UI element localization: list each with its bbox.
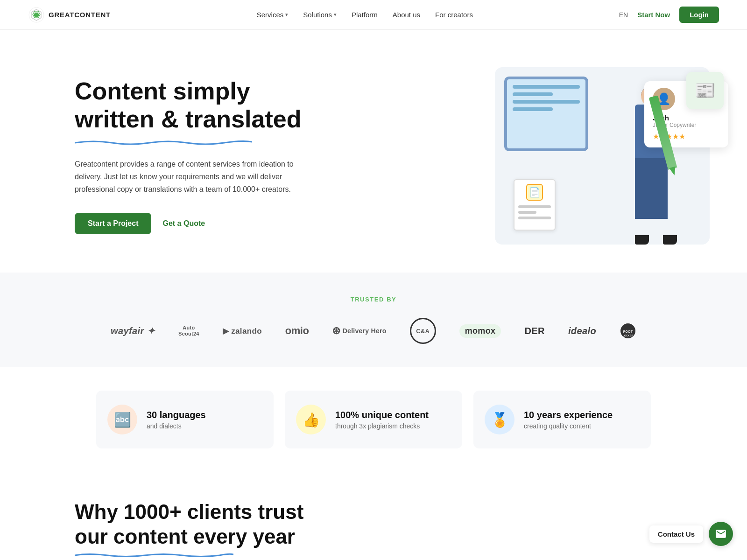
logo-zalando: ▶ zalando — [223, 326, 262, 336]
monitor-illustration — [504, 77, 588, 151]
brand-name: GREATCONTENT — [49, 11, 111, 19]
logo-cna: C&A — [410, 318, 436, 344]
chevron-down-icon: ▾ — [285, 12, 288, 18]
logo-omio: omio — [285, 325, 309, 337]
document-illustration: 📄 — [514, 179, 556, 231]
nav-links: Services ▾ Solutions ▾ Platform About us… — [257, 11, 473, 19]
hero-title: Content simply written & translated — [75, 77, 308, 133]
hero-section: Content simply written & translated Grea… — [0, 30, 747, 273]
nav-creators[interactable]: For creators — [435, 11, 473, 19]
start-now-link[interactable]: Start Now — [637, 11, 670, 19]
logo-idealo: idealo — [568, 326, 596, 336]
person-shoe-left — [635, 235, 649, 245]
logo-der: DER — [524, 326, 544, 336]
doc-line — [518, 211, 536, 214]
hero-description: Greatcontent provides a range of content… — [75, 158, 308, 196]
doc-line — [518, 205, 551, 208]
stat-unique-text: 100% unique content through 3x plagiaris… — [335, 410, 429, 430]
stat-languages: 🔤 30 languages and dialects — [96, 391, 274, 448]
trusted-logos: wayfair ✦ AutoScout24 ▶ zalando omio ⊛ D… — [28, 318, 719, 344]
why-underline-decoration — [75, 552, 233, 557]
logo-footlocker: FOOT LOCKER — [620, 322, 636, 339]
nav-right: EN Start Now Login — [619, 7, 719, 23]
doc-line — [518, 217, 551, 219]
navbar: GREATCONTENT Services ▾ Solutions ▾ Plat… — [0, 0, 747, 30]
screen-line — [513, 107, 553, 111]
screen-line — [513, 85, 580, 89]
language-selector[interactable]: EN — [619, 11, 628, 19]
get-quote-link[interactable]: Get a Quote — [162, 219, 205, 228]
hero-content: Content simply written & translated Grea… — [75, 77, 308, 234]
contact-us-button[interactable] — [709, 522, 733, 546]
nav-solutions[interactable]: Solutions ▾ — [303, 11, 337, 19]
stat-unique: 👍 100% unique content through 3x plagiar… — [285, 391, 462, 448]
doc-card: 📰 — [686, 72, 724, 109]
start-project-button[interactable]: Start a Project — [75, 213, 151, 234]
person-shoe-right — [663, 235, 677, 245]
document-icon: 📄 — [526, 184, 543, 201]
email-icon — [715, 528, 727, 540]
why-title: Why 1000+ clients trust our content ever… — [75, 500, 336, 549]
title-underline-decoration — [75, 139, 252, 145]
contact-us-label: Contact Us — [649, 525, 703, 543]
hero-illustration: 📄 👤 Josh Junior Copywri — [495, 67, 719, 245]
stat-languages-icon: 🔤 — [107, 405, 137, 434]
why-section: Why 1000+ clients trust our content ever… — [0, 472, 747, 560]
svg-text:LOCKER: LOCKER — [623, 334, 634, 337]
monitor-screen — [507, 79, 585, 148]
nav-about[interactable]: About us — [393, 11, 420, 19]
screen-line — [513, 100, 580, 104]
stat-experience-icon: 🏅 — [485, 405, 514, 434]
nav-platform[interactable]: Platform — [352, 11, 378, 19]
logo-autoscout24: AutoScout24 — [178, 325, 199, 337]
chevron-down-icon: ▾ — [334, 12, 337, 18]
stats-section: 🔤 30 languages and dialects 👍 100% uniqu… — [0, 367, 747, 472]
screen-line — [513, 92, 553, 96]
logo[interactable]: GREATCONTENT — [28, 7, 111, 23]
hero-actions: Start a Project Get a Quote — [75, 213, 308, 234]
person-pants — [635, 158, 668, 219]
logo-deliveryhero: ⊛ Delivery Hero — [332, 325, 386, 337]
trusted-label: TRUSTED BY — [28, 296, 719, 303]
doc-card-icon: 📰 — [695, 81, 716, 100]
stat-experience: 🏅 10 years experience creating quality c… — [473, 391, 651, 448]
stat-unique-icon: 👍 — [296, 405, 326, 434]
nav-services[interactable]: Services ▾ — [257, 11, 289, 19]
login-button[interactable]: Login — [679, 7, 719, 23]
footlocker-icon: FOOT LOCKER — [620, 322, 636, 339]
trusted-section: TRUSTED BY wayfair ✦ AutoScout24 ▶ zalan… — [0, 273, 747, 367]
stat-languages-text: 30 languages and dialects — [147, 410, 206, 430]
contact-float: Contact Us — [649, 522, 733, 546]
svg-text:FOOT: FOOT — [623, 330, 633, 333]
logo-momox: momox — [459, 324, 501, 338]
logo-wayfair: wayfair ✦ — [111, 325, 155, 336]
logo-icon — [28, 7, 45, 23]
stat-experience-text: 10 years experience creating quality con… — [524, 410, 613, 430]
